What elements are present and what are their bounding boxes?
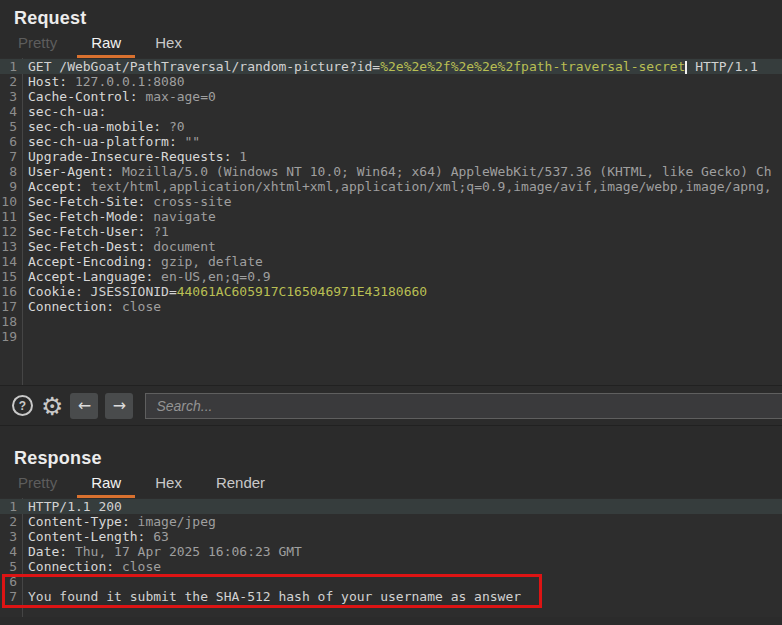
line-number: 6 bbox=[0, 134, 22, 149]
tab-render[interactable]: Render bbox=[202, 471, 279, 498]
line-content: Accept: text/html,application/xhtml+xml,… bbox=[22, 179, 772, 194]
code-line-7[interactable]: 7Upgrade-Insecure-Requests: 1 bbox=[0, 149, 782, 164]
tab-raw[interactable]: Raw bbox=[77, 31, 135, 58]
response-panel-title: Response bbox=[0, 426, 782, 471]
line-number: 6 bbox=[0, 574, 22, 589]
line-number: 5 bbox=[0, 119, 22, 134]
previous-match-button[interactable]: ← bbox=[70, 393, 98, 419]
response-tabs: PrettyRawHexRender bbox=[0, 471, 782, 498]
line-content: Accept-Language: en-US,en;q=0.9 bbox=[22, 269, 271, 284]
line-content: Cookie: JSESSIONID=44061AC605917C1650469… bbox=[22, 284, 427, 299]
line-content bbox=[22, 329, 28, 344]
line-content: Cache-Control: max-age=0 bbox=[22, 89, 216, 104]
line-number: 11 bbox=[0, 209, 22, 224]
line-number: 7 bbox=[0, 589, 22, 604]
line-number: 9 bbox=[0, 179, 22, 194]
code-line-18[interactable]: 18 bbox=[0, 314, 782, 329]
line-number: 13 bbox=[0, 239, 22, 254]
line-number: 2 bbox=[0, 514, 22, 529]
line-number: 3 bbox=[0, 89, 22, 104]
code-line-14[interactable]: 14Accept-Encoding: gzip, deflate bbox=[0, 254, 782, 269]
line-content: Sec-Fetch-Mode: navigate bbox=[22, 209, 216, 224]
line-number: 4 bbox=[0, 544, 22, 559]
line-number: 19 bbox=[0, 329, 22, 344]
tab-pretty[interactable]: Pretty bbox=[4, 471, 71, 498]
line-number: 7 bbox=[0, 149, 22, 164]
line-content: Content-Type: image/jpeg bbox=[22, 514, 216, 529]
line-content: sec-ch-ua: bbox=[22, 104, 106, 119]
code-line-3[interactable]: 3Content-Length: 63 bbox=[0, 529, 782, 544]
code-line-4[interactable]: 4sec-ch-ua: bbox=[0, 104, 782, 119]
line-content: Sec-Fetch-Dest: document bbox=[22, 239, 216, 254]
code-line-7[interactable]: 7You found it submit the SHA-512 hash of… bbox=[0, 589, 782, 604]
line-number: 17 bbox=[0, 299, 22, 314]
next-match-button[interactable]: → bbox=[105, 393, 133, 419]
line-number: 8 bbox=[0, 164, 22, 179]
code-line-13[interactable]: 13Sec-Fetch-Dest: document bbox=[0, 239, 782, 254]
code-line-12[interactable]: 12Sec-Fetch-User: ?1 bbox=[0, 224, 782, 239]
request-panel-title: Request bbox=[0, 0, 782, 31]
code-line-2[interactable]: 2Host: 127.0.0.1:8080 bbox=[0, 74, 782, 89]
code-line-4[interactable]: 4Date: Thu, 17 Apr 2025 16:06:23 GMT bbox=[0, 544, 782, 559]
line-content: Connection: close bbox=[22, 559, 161, 574]
line-content: Date: Thu, 17 Apr 2025 16:06:23 GMT bbox=[22, 544, 302, 559]
code-line-1[interactable]: 1GET /WebGoat/PathTraversal/random-pictu… bbox=[0, 59, 782, 74]
line-content: Sec-Fetch-User: ?1 bbox=[22, 224, 169, 239]
request-tabs: PrettyRawHex bbox=[0, 31, 782, 58]
line-content: Connection: close bbox=[22, 299, 161, 314]
tab-hex[interactable]: Hex bbox=[141, 471, 196, 498]
line-content bbox=[22, 314, 28, 329]
search-input[interactable] bbox=[145, 393, 782, 419]
line-content: Sec-Fetch-Site: cross-site bbox=[22, 194, 232, 209]
tab-pretty[interactable]: Pretty bbox=[4, 31, 71, 58]
code-line-6[interactable]: 6 bbox=[0, 574, 782, 589]
code-line-5[interactable]: 5sec-ch-ua-mobile: ?0 bbox=[0, 119, 782, 134]
line-number: 12 bbox=[0, 224, 22, 239]
line-content: HTTP/1.1 200 bbox=[22, 499, 122, 514]
response-panel: Response PrettyRawHexRender 1HTTP/1.1 20… bbox=[0, 426, 782, 617]
line-number: 15 bbox=[0, 269, 22, 284]
code-line-10[interactable]: 10Sec-Fetch-Site: cross-site bbox=[0, 194, 782, 209]
line-number: 1 bbox=[0, 59, 22, 74]
line-number: 18 bbox=[0, 314, 22, 329]
line-number: 14 bbox=[0, 254, 22, 269]
code-line-1[interactable]: 1HTTP/1.1 200 bbox=[0, 499, 782, 514]
line-content: sec-ch-ua-platform: "" bbox=[22, 134, 200, 149]
line-content: Host: 127.0.0.1:8080 bbox=[22, 74, 185, 89]
tab-raw[interactable]: Raw bbox=[77, 471, 135, 498]
code-line-16[interactable]: 16Cookie: JSESSIONID=44061AC605917C16504… bbox=[0, 284, 782, 299]
line-number: 5 bbox=[0, 559, 22, 574]
code-line-17[interactable]: 17Connection: close bbox=[0, 299, 782, 314]
line-number: 4 bbox=[0, 104, 22, 119]
request-panel-header: Request PrettyRawHex bbox=[0, 0, 782, 58]
response-panel-header: Response PrettyRawHexRender bbox=[0, 426, 782, 498]
code-line-19[interactable]: 19 bbox=[0, 329, 782, 344]
line-content: Accept-Encoding: gzip, deflate bbox=[22, 254, 263, 269]
code-line-2[interactable]: 2Content-Type: image/jpeg bbox=[0, 514, 782, 529]
line-content bbox=[22, 574, 28, 589]
line-number: 1 bbox=[0, 499, 22, 514]
editor-toolbar: ? ⚙ ← → bbox=[0, 385, 782, 426]
help-icon[interactable]: ? bbox=[12, 395, 33, 416]
line-content: sec-ch-ua-mobile: ?0 bbox=[22, 119, 185, 134]
code-line-15[interactable]: 15Accept-Language: en-US,en;q=0.9 bbox=[0, 269, 782, 284]
code-line-6[interactable]: 6sec-ch-ua-platform: "" bbox=[0, 134, 782, 149]
code-line-5[interactable]: 5Connection: close bbox=[0, 559, 782, 574]
line-number: 2 bbox=[0, 74, 22, 89]
code-line-8[interactable]: 8User-Agent: Mozilla/5.0 (Windows NT 10.… bbox=[0, 164, 782, 179]
line-content: You found it submit the SHA-512 hash of … bbox=[22, 589, 521, 604]
line-number: 3 bbox=[0, 529, 22, 544]
line-number: 10 bbox=[0, 194, 22, 209]
line-content: GET /WebGoat/PathTraversal/random-pictur… bbox=[22, 59, 758, 74]
code-line-11[interactable]: 11Sec-Fetch-Mode: navigate bbox=[0, 209, 782, 224]
settings-gear-icon[interactable]: ⚙ bbox=[41, 393, 63, 419]
tab-hex[interactable]: Hex bbox=[141, 31, 196, 58]
line-number: 16 bbox=[0, 284, 22, 299]
line-content: User-Agent: Mozilla/5.0 (Windows NT 10.0… bbox=[22, 164, 772, 179]
request-raw-editor[interactable]: 1GET /WebGoat/PathTraversal/random-pictu… bbox=[0, 58, 782, 385]
line-content: Content-Length: 63 bbox=[22, 529, 169, 544]
response-raw-editor[interactable]: 1HTTP/1.1 2002Content-Type: image/jpeg3C… bbox=[0, 498, 782, 617]
line-content: Upgrade-Insecure-Requests: 1 bbox=[22, 149, 247, 164]
code-line-9[interactable]: 9Accept: text/html,application/xhtml+xml… bbox=[0, 179, 782, 194]
code-line-3[interactable]: 3Cache-Control: max-age=0 bbox=[0, 89, 782, 104]
